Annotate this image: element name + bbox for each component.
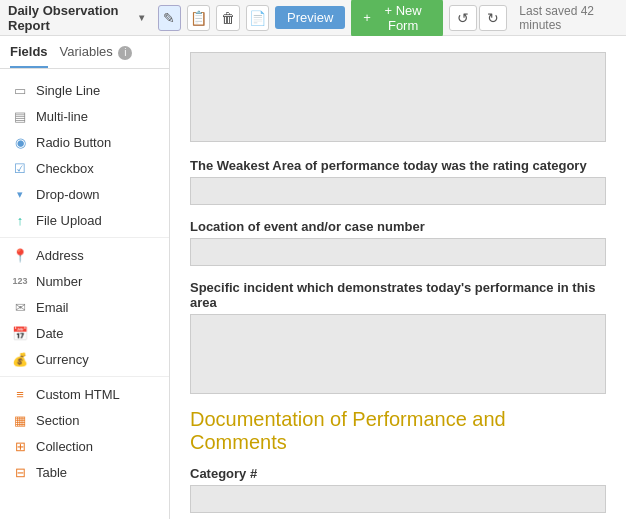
number-icon: 123: [12, 273, 28, 289]
info-icon: i: [118, 46, 132, 60]
radio-button-icon: ◉: [12, 134, 28, 150]
sidebar-divider-2: [0, 376, 169, 377]
sidebar-item-table[interactable]: ⊟ Table: [0, 459, 169, 485]
toolbar-title: Daily Observation Report ▾: [8, 3, 144, 33]
sidebar-item-radio-button[interactable]: ◉ Radio Button: [0, 129, 169, 155]
sidebar-item-address[interactable]: 📍 Address: [0, 242, 169, 268]
field-label-weakest-area: The Weakest Area of performance today wa…: [190, 158, 606, 173]
tab-variables[interactable]: Variables i: [60, 44, 133, 68]
custom-html-icon: ≡: [12, 386, 28, 402]
sidebar: Fields Variables i ▭ Single Line ▤ Multi…: [0, 36, 170, 519]
form-top-image: [190, 52, 606, 142]
file-upload-icon: ↑: [12, 212, 28, 228]
field-group-weakest-area: The Weakest Area of performance today wa…: [190, 158, 606, 205]
section-icon: ▦: [12, 412, 28, 428]
collection-icon: ⊞: [12, 438, 28, 454]
field-label-category: Category #: [190, 466, 606, 481]
new-form-button[interactable]: + + New Form: [351, 0, 443, 37]
sidebar-field-list: ▭ Single Line ▤ Multi-line ◉ Radio Butto…: [0, 69, 169, 493]
field-group-category: Category #: [190, 466, 606, 513]
multi-line-icon: ▤: [12, 108, 28, 124]
sidebar-item-custom-html[interactable]: ≡ Custom HTML: [0, 381, 169, 407]
toolbar: Daily Observation Report ▾ ✎ 📋 🗑 📄 Previ…: [0, 0, 626, 36]
content-area: The Weakest Area of performance today wa…: [170, 36, 626, 519]
field-group-incident: Specific incident which demonstrates tod…: [190, 280, 606, 394]
field-group-location: Location of event and/or case number: [190, 219, 606, 266]
sidebar-item-email[interactable]: ✉ Email: [0, 294, 169, 320]
field-input-weakest-area[interactable]: [190, 177, 606, 205]
sidebar-item-number[interactable]: 123 Number: [0, 268, 169, 294]
table-icon: ⊟: [12, 464, 28, 480]
field-input-category[interactable]: [190, 485, 606, 513]
plus-icon: +: [363, 10, 371, 25]
undo-redo-group: ↺ ↻: [449, 5, 507, 31]
last-saved-label: Last saved 42 minutes: [519, 4, 618, 32]
checkbox-icon: ☑: [12, 160, 28, 176]
chevron-down-icon[interactable]: ▾: [139, 12, 144, 23]
field-label-location: Location of event and/or case number: [190, 219, 606, 234]
date-icon: 📅: [12, 325, 28, 341]
toolbar-edit-button[interactable]: ✎: [158, 5, 181, 31]
sidebar-item-checkbox[interactable]: ☑ Checkbox: [0, 155, 169, 181]
preview-button[interactable]: Preview: [275, 6, 345, 29]
currency-icon: 💰: [12, 351, 28, 367]
sidebar-item-collection[interactable]: ⊞ Collection: [0, 433, 169, 459]
toolbar-delete-button[interactable]: 🗑: [216, 5, 239, 31]
toolbar-copy-button[interactable]: 📋: [187, 5, 210, 31]
sidebar-item-date[interactable]: 📅 Date: [0, 320, 169, 346]
field-input-location[interactable]: [190, 238, 606, 266]
section-title-documentation: Documentation of Performance and Comment…: [190, 408, 606, 454]
single-line-icon: ▭: [12, 82, 28, 98]
field-textarea-incident[interactable]: [190, 314, 606, 394]
toolbar-paste-button[interactable]: 📄: [246, 5, 269, 31]
sidebar-item-file-upload[interactable]: ↑ File Upload: [0, 207, 169, 233]
tab-fields[interactable]: Fields: [10, 44, 48, 68]
main-layout: Fields Variables i ▭ Single Line ▤ Multi…: [0, 36, 626, 519]
field-label-incident: Specific incident which demonstrates tod…: [190, 280, 606, 310]
sidebar-item-currency[interactable]: 💰 Currency: [0, 346, 169, 372]
sidebar-tabs: Fields Variables i: [0, 36, 169, 69]
sidebar-item-single-line[interactable]: ▭ Single Line: [0, 77, 169, 103]
email-icon: ✉: [12, 299, 28, 315]
undo-button[interactable]: ↺: [449, 5, 477, 31]
sidebar-item-section[interactable]: ▦ Section: [0, 407, 169, 433]
sidebar-item-multi-line[interactable]: ▤ Multi-line: [0, 103, 169, 129]
sidebar-item-dropdown[interactable]: ▾ Drop-down: [0, 181, 169, 207]
redo-button[interactable]: ↻: [479, 5, 507, 31]
address-icon: 📍: [12, 247, 28, 263]
sidebar-divider-1: [0, 237, 169, 238]
dropdown-icon: ▾: [12, 186, 28, 202]
